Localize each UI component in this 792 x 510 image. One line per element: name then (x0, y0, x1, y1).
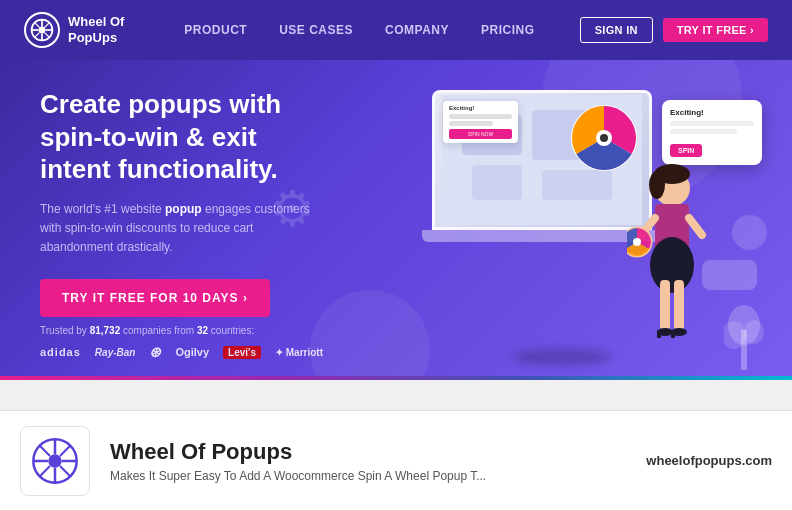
deco-circle3 (732, 215, 767, 250)
svg-line-46 (60, 466, 70, 476)
signin-button[interactable]: SIGN IN (580, 17, 653, 43)
svg-rect-30 (671, 330, 675, 338)
logo-text: Wheel Of PopUps (68, 14, 124, 45)
svg-point-34 (633, 238, 641, 246)
brand-levis: Levi's (223, 346, 261, 359)
svg-line-48 (40, 466, 50, 476)
site-header: Wheel Of PopUps PRODUCT USE CASES COMPAN… (0, 0, 792, 60)
shadow-ellipse (512, 349, 612, 365)
footer-site-name: Wheel Of Popups (110, 439, 626, 465)
svg-point-19 (600, 134, 608, 142)
footer-info: Wheel Of Popups Makes It Super Easy To A… (110, 439, 626, 483)
svg-line-47 (60, 445, 70, 455)
nav-company[interactable]: COMPANY (385, 23, 449, 37)
brand-ogilvy: Ogilvy (175, 346, 209, 358)
svg-line-8 (45, 23, 50, 28)
svg-line-45 (40, 445, 50, 455)
footer-logo-box (20, 426, 90, 496)
hero-subtitle: The world's #1 website popup engages cus… (40, 200, 320, 258)
logo-icon-circle (24, 12, 60, 48)
svg-rect-29 (657, 330, 661, 338)
svg-rect-25 (660, 280, 670, 330)
nav-pricing[interactable]: PRICING (481, 23, 535, 37)
laptop-screen: Exciting! SPIN NOW (432, 90, 652, 230)
svg-rect-26 (674, 280, 684, 330)
deco-rect1 (702, 260, 757, 290)
svg-rect-14 (542, 170, 612, 200)
trusted-area: Trusted by 81,732 companies from 32 coun… (40, 325, 323, 360)
svg-line-32 (689, 218, 702, 235)
brand-marriott: ✦ Marriott (275, 347, 323, 358)
hero-content: Create popups with spin-to-win & exit in… (40, 88, 320, 317)
trusted-text: Trusted by 81,732 companies from 32 coun… (40, 325, 323, 336)
svg-point-1 (39, 27, 46, 34)
footer-wheel-icon (30, 436, 80, 486)
footer-description: Makes It Super Easy To Add A Woocommerce… (110, 469, 626, 483)
brand-unknown: ⊛ (149, 344, 161, 360)
svg-line-9 (35, 33, 40, 38)
svg-rect-13 (472, 165, 522, 200)
hero-title: Create popups with spin-to-win & exit in… (40, 88, 320, 186)
brand-rayban: Ray-Ban (95, 347, 136, 358)
footer-url[interactable]: wheelofpopups.com (646, 453, 772, 468)
hero-cta-button[interactable]: TRY IT FREE FOR 10 DAYS › (40, 279, 270, 317)
plant-deco (724, 290, 764, 370)
hero-section: ⚙ Create popups with spin-to-win & exit … (0, 60, 792, 380)
hero-illustration: Exciting! SPIN NOW Exciting! SPIN (392, 70, 772, 370)
svg-point-40 (48, 454, 61, 467)
popup-card: Exciting! SPIN NOW (443, 101, 518, 143)
svg-point-22 (649, 171, 665, 199)
floating-card: Exciting! SPIN (662, 100, 762, 165)
svg-line-6 (35, 23, 40, 28)
float-card-cta: SPIN (670, 144, 702, 157)
nav-use-cases[interactable]: USE CASES (279, 23, 353, 37)
float-card-line1 (670, 121, 754, 126)
nav-product[interactable]: PRODUCT (184, 23, 247, 37)
header-actions: SIGN IN TRY IT FREE › (580, 17, 768, 43)
svg-line-7 (45, 33, 50, 38)
svg-point-38 (744, 320, 764, 344)
logo[interactable]: Wheel Of PopUps (24, 12, 124, 48)
gradient-bar (0, 376, 792, 380)
brand-logos: adidas Ray-Ban ⊛ Ogilvy Levi's ✦ Marriot… (40, 344, 323, 360)
footer-bar: Wheel Of Popups Makes It Super Easy To A… (0, 410, 792, 510)
svg-point-24 (650, 237, 694, 293)
float-card-line2 (670, 129, 737, 134)
main-nav: PRODUCT USE CASES COMPANY PRICING (184, 23, 534, 37)
wheel-icon (29, 17, 55, 43)
laptop-base (422, 230, 662, 242)
try-free-header-button[interactable]: TRY IT FREE › (663, 18, 768, 42)
float-card-title: Exciting! (670, 108, 754, 117)
brand-adidas: adidas (40, 346, 81, 358)
